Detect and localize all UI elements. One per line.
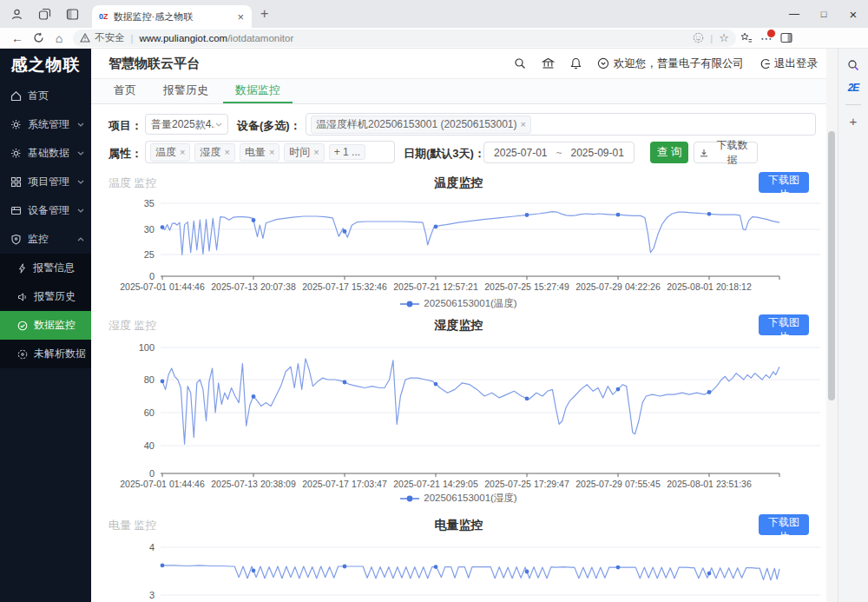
remove-tag-icon[interactable]: ×: [269, 147, 274, 157]
logout-icon: [760, 58, 771, 69]
humidity-line-chart[interactable]: 10080604002025-07-01 01:44:462025-07-13 …: [104, 341, 825, 490]
chart-panel-humidity: 湿度 监控 湿度监控 下载图片 10080604002025-07-01 01:…: [91, 313, 826, 509]
tab-close-icon[interactable]: ×: [234, 10, 247, 23]
tab-home[interactable]: 首页: [102, 79, 148, 103]
maximize-icon[interactable]: □: [809, 0, 838, 28]
date-separator: ~: [556, 147, 562, 159]
sidebar-item-system[interactable]: 系统管理: [0, 110, 91, 139]
address-bar[interactable]: 不安全 | www.puliangiot.com/iotdatamonitor …: [73, 30, 736, 47]
attr-tag: 温度×: [150, 143, 190, 162]
url-path: /iotdatamonitor: [227, 33, 293, 43]
more-options-icon[interactable]: ⋯: [757, 31, 776, 45]
grid-icon: [10, 176, 22, 188]
device-icon: [10, 205, 22, 216]
search-button[interactable]: 查 询: [650, 142, 688, 163]
svg-text:2025-07-29 07:55:45: 2025-07-29 07:55:45: [575, 479, 661, 489]
extension-icon[interactable]: 2E: [848, 82, 859, 94]
svg-text:2025-07-21 14:29:05: 2025-07-21 14:29:05: [393, 479, 478, 489]
warning-icon: [80, 33, 90, 43]
sidebar-item-device[interactable]: 设备管理: [0, 196, 91, 225]
sidebar-item-alarm-history[interactable]: 报警历史: [0, 282, 91, 311]
bookmark-star-icon[interactable]: ☆: [719, 31, 729, 44]
svg-text:30: 30: [144, 224, 155, 235]
svg-text:2025-07-13 20:38:09: 2025-07-13 20:38:09: [211, 479, 296, 489]
chevron-down-icon: [77, 122, 84, 127]
chart-legend[interactable]: 202506153001(湿度): [91, 492, 826, 505]
download-image-button[interactable]: 下载图片: [759, 514, 809, 535]
chevron-down-icon: [215, 122, 222, 127]
svg-text:2025-07-13 20:07:38: 2025-07-13 20:07:38: [211, 281, 296, 292]
remove-tag-icon[interactable]: ×: [521, 119, 526, 129]
gear-icon: [10, 148, 22, 159]
new-tab-button[interactable]: +: [260, 6, 268, 22]
date-start: 2025-07-01: [494, 147, 547, 159]
attr-multiselect[interactable]: 温度× 湿度× 电量× 时间× + 1 ...: [145, 141, 395, 163]
user-menu[interactable]: 欢迎您，普量电子有限公司: [597, 56, 744, 71]
sidebar-panel-icon[interactable]: [776, 32, 797, 43]
download-image-button[interactable]: 下载图片: [759, 172, 809, 193]
svg-text:35: 35: [144, 198, 155, 208]
close-icon[interactable]: ×: [838, 0, 868, 28]
workspaces-icon[interactable]: [33, 4, 56, 23]
device-tag: 温湿度样机202506153001 (202506153001)×: [311, 116, 531, 134]
page-scrollbar[interactable]: [826, 49, 838, 602]
svg-text:2025-07-29 04:22:26: 2025-07-29 04:22:26: [575, 281, 661, 292]
svg-text:4: 4: [149, 542, 155, 552]
sidebar-item-project[interactable]: 项目管理: [0, 168, 91, 196]
attr-tag: 电量×: [240, 143, 279, 162]
scrollbar-thumb[interactable]: [828, 131, 835, 400]
svg-text:3: 3: [149, 590, 155, 600]
device-label: 设备(多选)：: [237, 118, 301, 134]
sidebar-item-alarm-info[interactable]: 报警信息: [0, 254, 91, 282]
temperature-line-chart[interactable]: 35302502025-07-01 01:44:462025-07-13 20:…: [104, 198, 825, 295]
remove-tag-icon[interactable]: ×: [180, 147, 185, 157]
bell-icon[interactable]: [570, 57, 582, 69]
remove-tag-icon[interactable]: ×: [224, 147, 229, 157]
app-logo: 感之物联: [0, 49, 91, 82]
minimize-icon[interactable]: —: [779, 0, 809, 28]
chart-title: 电量监控: [91, 518, 826, 533]
sidebar-item-home[interactable]: 首页: [0, 82, 91, 110]
rail-search-icon[interactable]: [847, 59, 859, 71]
project-select[interactable]: 普量2025款4...: [145, 114, 228, 135]
tab-data-monitor[interactable]: 数据监控: [223, 79, 293, 103]
download-image-button[interactable]: 下载图片: [759, 314, 809, 335]
profile-icon[interactable]: [5, 4, 28, 23]
feedback-smiley-icon[interactable]: [693, 32, 704, 43]
svg-text:2025-07-25 17:29:47: 2025-07-25 17:29:47: [484, 479, 569, 489]
favorites-icon[interactable]: [736, 32, 757, 43]
app-main: 智慧物联云平台 欢迎您，普量电子有限公司 退出登录: [91, 49, 826, 602]
sidebar-item-unparsed-data[interactable]: 未解析数据: [0, 340, 91, 368]
bolt-icon: [17, 263, 27, 274]
home-icon[interactable]: ⌂: [49, 31, 69, 45]
shield-icon: [10, 234, 22, 245]
download-data-button[interactable]: 下载数据: [694, 142, 758, 163]
battery-line-chart[interactable]: 43: [104, 540, 825, 602]
svg-text:2025-07-17 15:32:46: 2025-07-17 15:32:46: [302, 281, 387, 292]
device-multiselect[interactable]: 温湿度样机202506153001 (202506153001)×: [306, 113, 816, 136]
sidebar-item-basic-data[interactable]: 基础数据: [0, 139, 91, 168]
sidebar-item-data-monitor[interactable]: 数据监控: [0, 311, 91, 340]
back-icon[interactable]: ←: [7, 31, 28, 45]
svg-text:60: 60: [144, 407, 155, 418]
tab-alarm-history[interactable]: 报警历史: [151, 79, 220, 103]
search-icon[interactable]: [514, 57, 526, 69]
date-range-input[interactable]: 2025-07-01 ~ 2025-09-01: [483, 142, 635, 163]
tab-actions-icon[interactable]: [61, 4, 83, 23]
rail-add-icon[interactable]: +: [850, 114, 858, 129]
browser-tab[interactable]: 0Z 数据监控·感之物联 ×: [92, 5, 252, 28]
attr-more-tag[interactable]: + 1 ...: [329, 144, 365, 160]
chart-title: 温度监控: [91, 175, 826, 191]
logout-button[interactable]: 退出登录: [760, 56, 818, 71]
speaker-icon: [17, 292, 28, 302]
url-host: www.puliangiot.com: [140, 33, 228, 43]
svg-text:2025-07-01 01:44:46: 2025-07-01 01:44:46: [120, 281, 205, 292]
sidebar-item-monitor[interactable]: 监控: [0, 225, 91, 254]
chart-title: 湿度监控: [91, 318, 826, 334]
project-label: 项目：: [108, 118, 142, 134]
remove-tag-icon[interactable]: ×: [313, 147, 319, 157]
bank-icon[interactable]: [542, 57, 555, 69]
refresh-icon[interactable]: [28, 32, 49, 43]
chart-legend[interactable]: 202506153001(温度): [91, 297, 826, 310]
browser-side-rail: 2E +: [838, 49, 868, 602]
